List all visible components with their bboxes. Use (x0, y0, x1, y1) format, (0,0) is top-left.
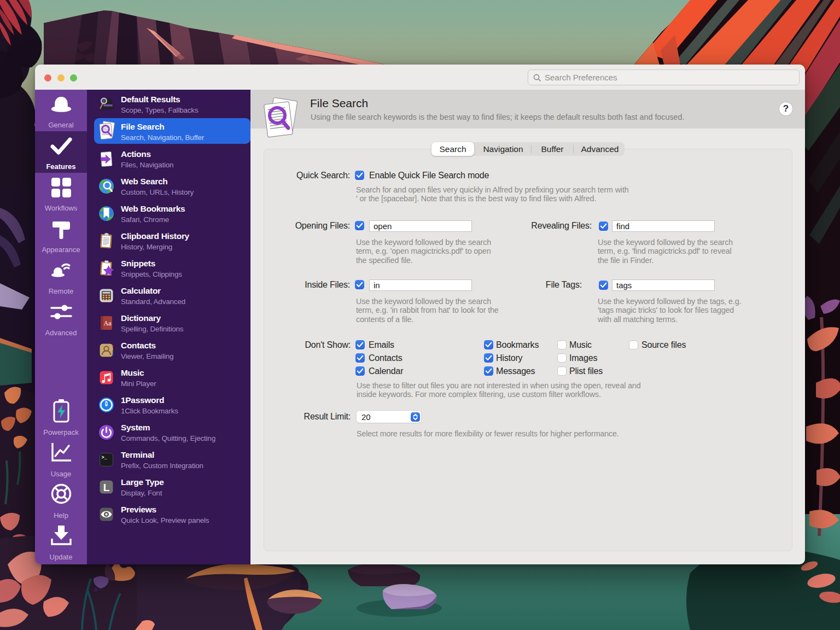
svg-text:>_: >_ (102, 455, 108, 460)
svg-text:L: L (103, 482, 110, 493)
svg-text:Aa: Aa (104, 319, 112, 327)
